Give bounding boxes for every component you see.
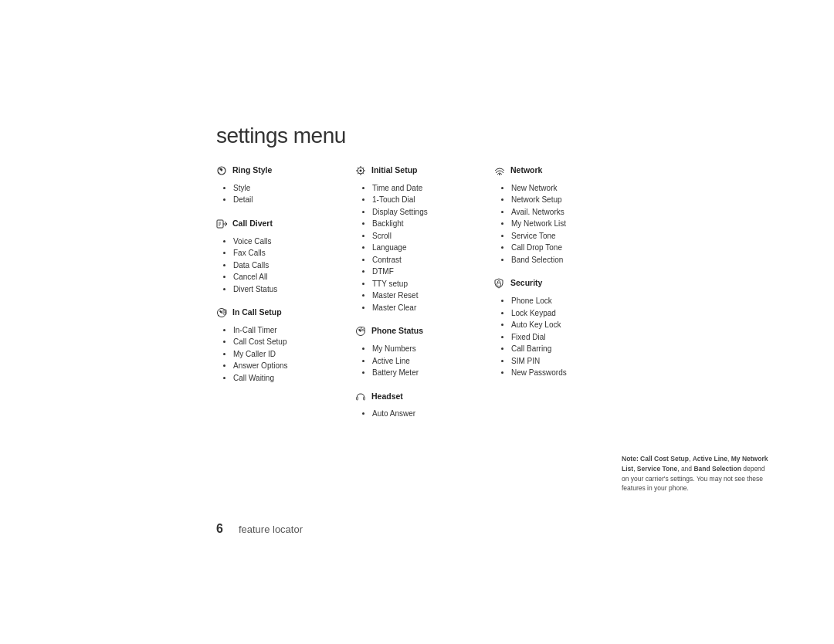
list-item: Band Selection — [511, 254, 618, 266]
list-item: New Network — [511, 182, 618, 195]
column-3: Network New Network Network Setup Avail.… — [494, 165, 618, 432]
column-1: Ring Style Style Detail — [216, 165, 340, 432]
list-item: Detail — [233, 194, 340, 206]
in-call-setup-icon — [216, 307, 229, 321]
note-band-selection: Band Selection — [693, 465, 741, 473]
note-box: Note: Call Cost Setup, Active Line, My N… — [622, 454, 772, 493]
page-number: 6 — [216, 522, 223, 536]
headset-title: Headset — [371, 391, 403, 402]
list-item: Divert Status — [233, 283, 340, 296]
list-item: Language — [372, 242, 479, 254]
note-text: Note: Call Cost Setup, Active Line, My N… — [622, 455, 768, 492]
list-item: Fax Calls — [233, 247, 340, 259]
security-icon — [494, 278, 507, 292]
phone-status-items: My Numbers Active Line Battery Meter — [355, 343, 479, 379]
list-item: Lock Keypad — [511, 307, 618, 320]
call-divert-items: Voice Calls Fax Calls Data Calls Cancel … — [216, 236, 340, 296]
svg-point-10 — [499, 174, 500, 175]
ring-style-icon — [216, 165, 229, 179]
section-initial-setup: Initial Setup Time and Date 1-Touch Dial… — [355, 165, 479, 314]
note-active-line: Active Line — [693, 455, 727, 463]
list-item: Phone Lock — [511, 295, 618, 307]
list-item: Battery Meter — [372, 367, 479, 379]
list-item: New Passwords — [511, 367, 618, 379]
list-item: Style — [233, 182, 340, 195]
section-headset: Headset Auto Answer — [355, 391, 479, 420]
list-item: Contrast — [372, 254, 479, 266]
svg-rect-9 — [364, 397, 365, 400]
note-bold-label: Note: — [622, 455, 640, 463]
section-ring-style-header: Ring Style — [216, 165, 340, 179]
list-item: Master Clear — [372, 302, 479, 314]
section-call-divert-header: Call Divert — [216, 219, 340, 232]
list-item: Service Tone — [511, 230, 618, 242]
section-initial-setup-header: Initial Setup — [355, 165, 479, 179]
list-item: Display Settings — [372, 206, 479, 219]
initial-setup-items: Time and Date 1-Touch Dial Display Setti… — [355, 182, 479, 314]
section-in-call-setup-header: In Call Setup — [216, 307, 340, 321]
note-service-tone: Service Tone — [637, 465, 677, 473]
page-title: settings menu — [216, 124, 618, 148]
section-phone-status-header: Phone Status — [355, 326, 479, 340]
list-item: Auto Key Lock — [511, 319, 618, 331]
svg-rect-8 — [357, 397, 358, 400]
list-item: Avail. Networks — [511, 206, 618, 219]
in-call-setup-items: In-Call Timer Call Cost Setup My Caller … — [216, 324, 340, 385]
list-item: 1-Touch Dial — [372, 194, 479, 206]
initial-setup-icon — [355, 165, 368, 179]
security-items: Phone Lock Lock Keypad Auto Key Lock Fix… — [494, 295, 618, 379]
list-item: Active Line — [372, 355, 479, 368]
section-network-header: Network — [494, 165, 618, 179]
list-item: Answer Options — [233, 360, 340, 372]
call-divert-icon — [216, 219, 229, 232]
column-2: Initial Setup Time and Date 1-Touch Dial… — [355, 165, 479, 432]
section-phone-status: Phone Status My Numbers Active Line Batt… — [355, 326, 479, 378]
menu-grid: Ring Style Style Detail — [216, 165, 618, 432]
list-item: Auto Answer — [372, 408, 479, 420]
list-item: My Caller ID — [233, 348, 340, 361]
list-item: In-Call Timer — [233, 324, 340, 337]
section-security-header: Security — [494, 278, 618, 292]
ring-style-items: Style Detail — [216, 182, 340, 206]
in-call-setup-title: In Call Setup — [232, 307, 282, 318]
headset-icon — [355, 391, 368, 405]
section-call-divert: Call Divert Voice Calls Fax Calls Data C… — [216, 219, 340, 295]
page-footer: 6 feature locator — [216, 522, 303, 536]
section-headset-header: Headset — [355, 391, 479, 405]
list-item: Voice Calls — [233, 236, 340, 248]
list-item: My Numbers — [372, 343, 479, 355]
security-title: Security — [510, 278, 542, 289]
list-item: Backlight — [372, 218, 479, 230]
call-divert-title: Call Divert — [232, 219, 273, 229]
list-item: Call Waiting — [233, 372, 340, 385]
section-in-call-setup: In Call Setup In-Call Timer Call Cost Se… — [216, 307, 340, 384]
note-call-cost: Call Cost Setup — [640, 455, 689, 463]
list-item: SIM PIN — [511, 355, 618, 368]
list-item: Call Barring — [511, 343, 618, 355]
headset-items: Auto Answer — [355, 408, 479, 420]
list-item: TTY setup — [372, 278, 479, 290]
ring-style-title: Ring Style — [232, 165, 272, 176]
network-title: Network — [510, 165, 542, 176]
phone-status-icon — [355, 326, 368, 340]
list-item: Fixed Dial — [511, 331, 618, 344]
svg-rect-11 — [497, 283, 501, 286]
list-item: Network Setup — [511, 194, 618, 206]
list-item: Call Drop Tone — [511, 242, 618, 254]
list-item: Master Reset — [372, 290, 479, 302]
list-item: Time and Date — [372, 182, 479, 195]
svg-point-7 — [361, 327, 365, 331]
svg-point-5 — [360, 170, 362, 172]
section-network: Network New Network Network Setup Avail.… — [494, 165, 618, 266]
list-item: My Network List — [511, 218, 618, 230]
list-item: Data Calls — [233, 259, 340, 272]
phone-status-title: Phone Status — [371, 326, 423, 337]
list-item: Call Cost Setup — [233, 336, 340, 348]
initial-setup-title: Initial Setup — [371, 165, 418, 176]
section-ring-style: Ring Style Style Detail — [216, 165, 340, 206]
page-content: settings menu Ring Style Style — [216, 124, 618, 432]
section-security: Security Phone Lock Lock Keypad Auto Key… — [494, 278, 618, 378]
footer-label: feature locator — [239, 524, 303, 535]
list-item: Scroll — [372, 230, 479, 242]
network-icon — [494, 165, 507, 179]
